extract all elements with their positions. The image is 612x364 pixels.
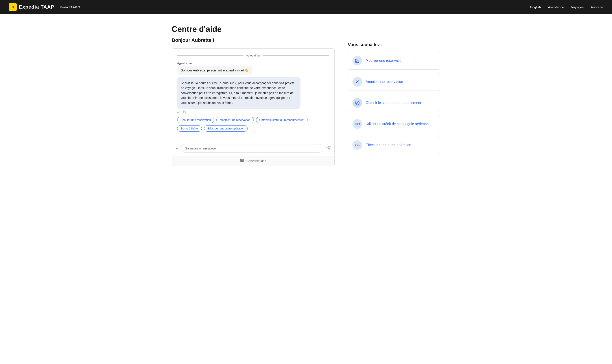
action-credit-airline[interactable]: Utiliser un crédit de compagnie aérienne	[348, 115, 440, 133]
bubble-greeting: Bonjour Aubrette, je suis votre agent vi…	[177, 66, 252, 75]
action-autre-label: Effectuer une autre opération	[366, 143, 411, 147]
action-modifier-label: Modifier une réservation	[366, 58, 403, 63]
main-content: Centre d'aide Bonjour Aubrette ! Aujourd…	[163, 14, 449, 166]
chat-date-divider: Aujourd'hui	[177, 54, 329, 57]
nav-assistance[interactable]: Assistance	[548, 5, 564, 9]
svg-point-18	[357, 145, 358, 146]
right-title: Vous souhaitez :	[348, 42, 440, 47]
nav-aubrette[interactable]: Aubrette	[591, 5, 603, 9]
svg-point-17	[355, 145, 356, 146]
left-panel: Centre d'aide Bonjour Aubrette ! Aujourd…	[172, 25, 335, 166]
quick-reply-remboursement[interactable]: Obtenir le statut du remboursement	[256, 117, 308, 123]
bubble-main: Je suis là 24 heures sur 24, 7 jours sur…	[177, 77, 301, 109]
conversations-icon	[240, 159, 244, 163]
quick-reply-hotel[interactable]: Écrire à l'hôtel	[177, 125, 202, 132]
conversations-label: Conversations	[246, 159, 266, 163]
action-remboursement-label: Obtenir le statut du remboursement	[366, 101, 421, 105]
chat-input[interactable]	[181, 144, 323, 153]
action-annuler[interactable]: Annuler une réservation	[348, 73, 440, 91]
logo-text: Expedia TAAP	[19, 4, 54, 10]
agent-label: Agent virtuel	[177, 62, 329, 65]
header-nav: English Assistance Voyages Aubrette	[530, 5, 603, 9]
chat-container: Aujourd'hui Agent virtuel Bonjour Aubret…	[172, 48, 335, 166]
menu-taap-button[interactable]: Menu TAAP ▾	[60, 5, 80, 9]
action-remboursement[interactable]: Obtenir le statut du remboursement	[348, 94, 440, 112]
conversations-bar[interactable]: Conversations	[172, 156, 334, 166]
logo: Expedia TAAP	[9, 3, 54, 11]
bubble-time: 14 h 50	[177, 110, 329, 113]
quick-reply-modifier[interactable]: Modifier une réservation	[216, 117, 254, 123]
svg-point-1	[12, 6, 14, 8]
action-credit-airline-label: Utiliser un crédit de compagnie aérienne	[366, 122, 429, 126]
quick-reply-autre[interactable]: Effectuer une autre opération	[204, 125, 248, 132]
svg-rect-13	[355, 123, 360, 125]
more-icon	[352, 140, 362, 150]
page-title: Centre d'aide	[172, 25, 335, 34]
quick-replies: Annuler une réservation Modifier une rés…	[177, 117, 329, 132]
header: Expedia TAAP Menu TAAP ▾ English Assista…	[0, 0, 612, 14]
greeting: Bonjour Aubrette !	[172, 37, 335, 43]
nav-voyages[interactable]: Voyages	[571, 5, 584, 9]
chat-add-button[interactable]: +	[175, 146, 178, 151]
logo-icon	[9, 3, 17, 11]
chat-date-label: Aujourd'hui	[246, 54, 260, 57]
header-left: Expedia TAAP Menu TAAP ▾	[9, 3, 80, 11]
chat-body: Aujourd'hui Agent virtuel Bonjour Aubret…	[172, 49, 334, 141]
nav-english[interactable]: English	[530, 5, 541, 9]
chat-send-button[interactable]	[326, 145, 331, 151]
action-modifier[interactable]: Modifier une réservation	[348, 52, 440, 70]
chat-input-area: +	[172, 141, 334, 156]
cancel-icon	[352, 77, 362, 87]
edit-icon	[352, 56, 362, 65]
chevron-down-icon: ▾	[78, 5, 80, 9]
svg-point-19	[359, 145, 360, 146]
action-autre[interactable]: Effectuer une autre opération	[348, 136, 440, 154]
airline-credit-icon	[352, 119, 362, 129]
right-panel: Vous souhaitez : Modifier une réservatio…	[348, 25, 440, 157]
action-annuler-label: Annuler une réservation	[366, 79, 403, 84]
quick-reply-annuler[interactable]: Annuler une réservation	[177, 117, 214, 123]
refund-icon	[352, 98, 362, 108]
